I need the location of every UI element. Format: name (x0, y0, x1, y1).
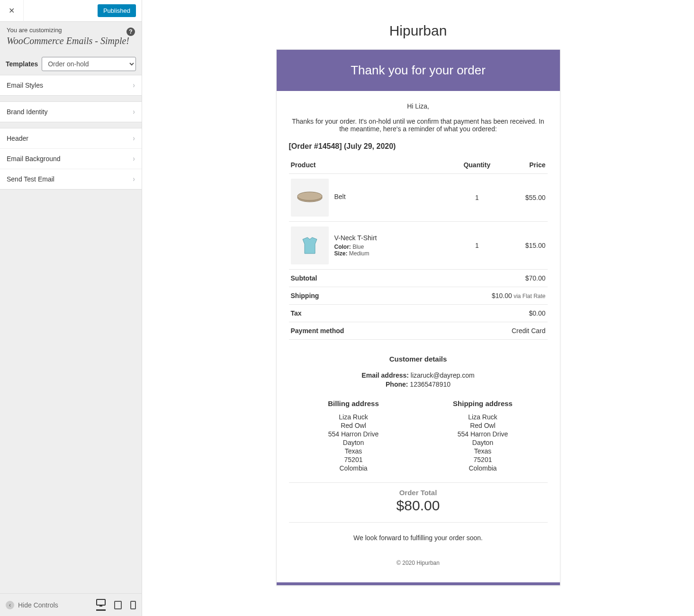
panel-label: Email Background (7, 155, 61, 163)
product-name: Belt (334, 193, 346, 200)
close-customizer-button[interactable]: ✕ (0, 0, 24, 22)
customizer-sidebar: ✕ Published You are customizing WooComme… (0, 0, 142, 616)
product-attr: Color: Blue (334, 244, 377, 250)
email-card: Thank you for your order Hi Liza, Thanks… (276, 49, 560, 586)
order-items-table: Product Quantity Price (289, 156, 548, 270)
svg-rect-1 (99, 606, 102, 607)
panel-group-3: Header › Email Background › Send Test Em… (0, 128, 142, 190)
panel-label: Send Test Email (7, 175, 54, 183)
email-greeting: Hi Liza, (289, 102, 548, 110)
customer-phone: Phone: 12365478910 (289, 380, 548, 388)
order-total-value: $80.00 (289, 498, 548, 514)
hide-controls-button[interactable]: ‹ Hide Controls (6, 601, 58, 609)
panel-group-1: Email Styles › (0, 75, 142, 96)
customizing-title: WooCommerce Emails - Simple! (7, 36, 135, 46)
chevron-right-icon: › (133, 134, 135, 143)
templates-label: Templates (6, 60, 38, 68)
sidebar-top-bar: ✕ Published (0, 0, 142, 22)
panel-label: Email Styles (7, 82, 43, 89)
totals-row-shipping: Shipping $10.00 via Flat Rate (289, 287, 548, 305)
device-preview-switcher (96, 599, 136, 611)
chevron-right-icon: › (133, 108, 135, 116)
customizing-header: You are customizing WooCommerce Emails -… (0, 22, 142, 53)
panel-email-background[interactable]: Email Background › (0, 149, 142, 169)
device-mobile-icon[interactable] (130, 599, 136, 611)
product-image (291, 226, 329, 264)
device-desktop-icon[interactable] (96, 599, 106, 611)
panel-label: Header (7, 135, 28, 142)
publish-status-button[interactable]: Published (98, 4, 136, 17)
product-price: $55.00 (505, 174, 548, 222)
sidebar-footer: ‹ Hide Controls (0, 593, 142, 616)
order-title: [Order #14548] (July 29, 2020) (289, 142, 548, 151)
table-row: V-Neck T-Shirt Color: Blue Size: Medium … (289, 222, 548, 270)
totals-row-tax: Tax $0.00 (289, 305, 548, 322)
device-tablet-icon[interactable] (114, 599, 122, 611)
totals-row-payment: Payment method Credit Card (289, 322, 548, 340)
email-bottom-bar (277, 582, 560, 585)
product-price: $15.00 (505, 222, 548, 270)
panel-brand-identity[interactable]: Brand Identity › (0, 102, 142, 122)
email-footer: © 2020 Hipurban (289, 553, 548, 578)
panel-group-2: Brand Identity › (0, 101, 142, 122)
shipping-heading: Shipping address (418, 399, 548, 408)
collapse-left-icon: ‹ (6, 601, 14, 609)
chevron-right-icon: › (133, 81, 135, 90)
email-brand: Hipurban (276, 23, 560, 39)
email-intro: Thanks for your order. It's on-hold unti… (289, 118, 548, 133)
templates-select[interactable]: Order on-hold (42, 57, 136, 71)
svg-rect-0 (97, 599, 105, 605)
svg-rect-3 (131, 601, 135, 609)
templates-row: Templates Order on-hold (0, 53, 142, 75)
email-body: Hi Liza, Thanks for your order. It's on-… (277, 91, 560, 582)
email-header-banner: Thank you for your order (277, 50, 560, 91)
order-total-block: Order Total $80.00 (289, 483, 548, 523)
svg-rect-2 (115, 601, 121, 609)
panel-email-styles[interactable]: Email Styles › (0, 75, 142, 95)
email-preview: Hipurban Thank you for your order Hi Liz… (276, 23, 560, 586)
hide-controls-label: Hide Controls (18, 601, 58, 609)
panel-header[interactable]: Header › (0, 128, 142, 149)
shipping-address: Shipping address Liza Ruck Red Owl 554 H… (418, 399, 548, 473)
order-totals-table: Subtotal $70.00 Shipping $10.00 via Flat… (289, 270, 548, 340)
totals-row-subtotal: Subtotal $70.00 (289, 270, 548, 287)
address-row: Billing address Liza Ruck Red Owl 554 Ha… (289, 399, 548, 483)
customizing-label: You are customizing (7, 27, 135, 34)
customer-email: Email address: lizaruck@dayrep.com (289, 371, 548, 379)
product-qty: 1 (450, 174, 505, 222)
customer-details-heading: Customer details (289, 355, 548, 363)
product-name: V-Neck T-Shirt (334, 234, 377, 242)
chevron-right-icon: › (133, 154, 135, 163)
th-price: Price (505, 156, 548, 174)
svg-point-5 (297, 192, 322, 200)
order-total-label: Order Total (289, 489, 548, 497)
product-attr: Size: Medium (334, 250, 377, 257)
billing-address: Billing address Liza Ruck Red Owl 554 Ha… (289, 399, 418, 473)
panel-send-test-email[interactable]: Send Test Email › (0, 169, 142, 189)
billing-heading: Billing address (289, 399, 418, 408)
product-image (291, 179, 329, 217)
product-qty: 1 (450, 222, 505, 270)
th-quantity: Quantity (450, 156, 505, 174)
close-icon: ✕ (9, 6, 15, 15)
help-icon[interactable]: ? (126, 27, 135, 36)
chevron-right-icon: › (133, 175, 135, 183)
th-product: Product (289, 156, 450, 174)
preview-area: Hipurban Thank you for your order Hi Liz… (142, 0, 694, 616)
panel-label: Brand Identity (7, 108, 47, 116)
closing-text: We look forward to fulfilling your order… (289, 523, 548, 553)
table-row: Belt 1 $55.00 (289, 174, 548, 222)
